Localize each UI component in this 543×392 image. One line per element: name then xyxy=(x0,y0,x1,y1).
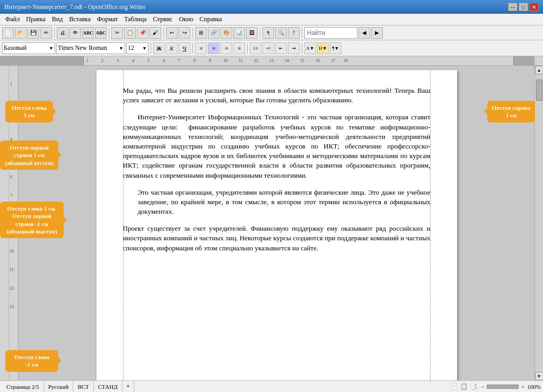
view-mode[interactable]: СТАНД xyxy=(94,381,122,392)
chart-btn[interactable]: 📊 xyxy=(233,27,245,39)
titlebar: Интернет-Университет_7.odt - OpenOffice.… xyxy=(0,0,543,14)
vertical-ruler-scale: 1 2 3 4 5 6 7 8 9 10 11 12 13 xyxy=(8,66,18,380)
minimize-button[interactable]: — xyxy=(508,3,518,11)
color-btn[interactable]: 🎨 xyxy=(221,27,232,39)
align-right-button[interactable]: ≡ xyxy=(221,42,232,54)
zoom-control[interactable]: − + 100% xyxy=(479,384,541,390)
zoom-slider[interactable] xyxy=(487,385,519,389)
zoom-in-btn[interactable]: + xyxy=(520,384,526,390)
italic-button[interactable]: К xyxy=(166,42,178,54)
main-toolbar: 📄 📂 💾 ✏ 🖨 👁 ABC ABC ✂ 📋 📌 🖌 ↩ ↪ ⊞ 🔗 🎨 📊 … xyxy=(0,25,543,40)
search-input[interactable] xyxy=(304,27,357,39)
list-bullet-button[interactable]: •≡ xyxy=(262,42,274,54)
sep-fmt3 xyxy=(247,43,248,54)
menu-file[interactable]: Файл xyxy=(2,14,23,24)
clone-btn[interactable]: 🖌 xyxy=(150,27,161,39)
find-btn[interactable]: 🔍 xyxy=(275,27,287,39)
close-button[interactable]: ✕ xyxy=(529,3,539,11)
font-color-button[interactable]: A▼ xyxy=(304,42,316,54)
menu-help[interactable]: Справка xyxy=(196,14,225,24)
redo-btn[interactable]: ↪ xyxy=(179,27,190,39)
align-center-button[interactable]: ≡ xyxy=(208,42,220,54)
document-area[interactable]: Мы рады, что Вы решили расширить свои зн… xyxy=(19,66,535,380)
paragraph-2[interactable]: Интернет-Университет Информационных Техн… xyxy=(123,112,431,180)
paste-btn[interactable]: 📌 xyxy=(137,27,148,39)
ruler-right-margin xyxy=(513,56,535,65)
style-dropdown-arrow: ▼ xyxy=(49,46,54,51)
statusbar-right: 📄 📋 📑 − + 100% xyxy=(451,383,541,390)
align-left-button[interactable]: ≡ xyxy=(195,42,207,54)
modified-indicator: * xyxy=(122,381,135,392)
zoom-out-btn[interactable]: − xyxy=(479,384,486,390)
bold-button[interactable]: Ж xyxy=(153,42,165,54)
copy-btn[interactable]: 📋 xyxy=(124,27,136,39)
print-btn[interactable]: 🖨 xyxy=(57,27,68,39)
sep-fmt4 xyxy=(302,43,302,54)
font-dropdown[interactable]: Times New Roman ▼ xyxy=(56,42,125,54)
scroll-down-button[interactable]: ▼ xyxy=(535,372,544,380)
indent-less-button[interactable]: ⇤ xyxy=(275,42,287,54)
titlebar-title: Интернет-Университет_7.odt - OpenOffice.… xyxy=(4,3,146,11)
paragraph-1[interactable]: Мы рады, что Вы решили расширить свои зн… xyxy=(123,86,431,105)
search-next-btn[interactable]: ▶ xyxy=(371,27,383,39)
right-margin-guide xyxy=(430,70,431,380)
table-btn[interactable]: ⊞ xyxy=(195,27,207,39)
sep4 xyxy=(192,28,193,38)
ruler: 1 2 3 4 5 6 7 8 9 10 11 12 13 14 15 16 1… xyxy=(0,56,543,66)
vertical-ruler: 1 2 3 4 5 6 7 8 9 10 11 12 13 xyxy=(0,66,19,380)
menu-edit[interactable]: Правка xyxy=(23,14,49,24)
help-btn[interactable]: ? xyxy=(288,27,300,39)
new-btn[interactable]: 📄 xyxy=(2,27,14,39)
sep-fmt1 xyxy=(151,43,151,54)
font-dropdown-arrow: ▼ xyxy=(119,46,124,51)
char-style-button[interactable]: ¶▼ xyxy=(330,42,341,54)
cut-btn[interactable]: ✂ xyxy=(111,27,123,39)
menu-view[interactable]: Вид xyxy=(49,14,66,24)
link-btn[interactable]: 🔗 xyxy=(208,27,220,39)
spell2-btn[interactable]: ABC xyxy=(95,27,107,39)
menu-format[interactable]: Формат xyxy=(94,14,121,24)
sep5 xyxy=(260,28,260,38)
highlight-button[interactable]: H▼ xyxy=(317,42,329,54)
open-btn[interactable]: 📂 xyxy=(15,27,27,39)
menu-tools[interactable]: Сервис xyxy=(150,14,176,24)
menubar: Файл Правка Вид Вставка Формат Таблица С… xyxy=(0,14,543,25)
undo-btn[interactable]: ↩ xyxy=(166,27,178,39)
preview-btn[interactable]: 👁 xyxy=(69,27,81,39)
maximize-button[interactable]: □ xyxy=(519,3,528,11)
formatting-toolbar: Базовый ▼ Times New Roman ▼ 12 ▼ Ж К Ч ≡… xyxy=(0,40,543,56)
scrollbar-thumb[interactable] xyxy=(536,80,542,101)
spell-btn[interactable]: ABC xyxy=(82,27,94,39)
edit-btn[interactable]: ✏ xyxy=(40,27,52,39)
left-margin-guide xyxy=(123,70,124,380)
sep1 xyxy=(54,28,55,38)
align-justify-button[interactable]: ≡ xyxy=(233,42,245,54)
ruler-left-margin xyxy=(19,56,84,65)
underline-button[interactable]: Ч xyxy=(179,42,190,54)
scrollbar-track[interactable] xyxy=(536,74,543,372)
style-dropdown[interactable]: Базовый ▼ xyxy=(2,42,55,54)
vertical-scrollbar[interactable]: ▲ ▼ xyxy=(535,66,543,380)
save-btn[interactable]: 💾 xyxy=(28,27,39,39)
titlebar-controls: — □ ✕ xyxy=(508,3,539,11)
menu-window[interactable]: Окно xyxy=(176,14,196,24)
img-btn[interactable]: 🖼 xyxy=(246,27,258,39)
size-dropdown[interactable]: 12 ▼ xyxy=(126,42,148,54)
list-num-button[interactable]: 1≡ xyxy=(250,42,261,54)
search-prev-btn[interactable]: ◀ xyxy=(358,27,370,39)
chars-btn[interactable]: ¶ xyxy=(262,27,274,39)
ruler-scale: 1 2 3 4 5 6 7 8 9 10 11 12 13 14 15 16 1… xyxy=(84,56,513,65)
language: Русский xyxy=(44,381,74,392)
doc-icon1: 📄 xyxy=(451,383,458,390)
scroll-up-button[interactable]: ▲ xyxy=(535,66,544,74)
insert-mode[interactable]: ВСТ xyxy=(73,381,93,392)
paragraph-3[interactable]: Это частная организация, учредителями ко… xyxy=(123,188,431,217)
menu-table[interactable]: Таблица xyxy=(121,14,150,24)
sep2 xyxy=(109,28,109,38)
sep6 xyxy=(302,28,302,38)
menu-insert[interactable]: Вставка xyxy=(66,14,94,24)
indent-more-button[interactable]: ⇥ xyxy=(288,42,300,54)
main-area: 1 2 3 4 5 6 7 8 9 10 11 12 13 Мы рады, ч… xyxy=(0,66,543,380)
paragraph-4[interactable]: Проект существует за счет учредителей. Ф… xyxy=(123,224,431,253)
statusbar: Страница 2/5 Русский ВСТ СТАНД * 📄 📋 📑 −… xyxy=(0,380,543,392)
